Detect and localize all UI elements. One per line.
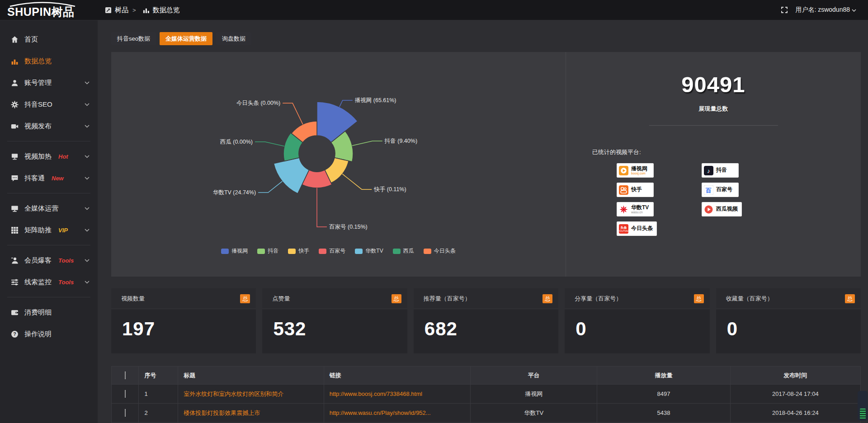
monitor-icon (11, 205, 19, 212)
sidebar-item-tag: Hot (58, 153, 68, 160)
sidebar-item-chart[interactable]: 数据总览 (0, 50, 98, 72)
header-checkbox-cell (112, 367, 139, 385)
sidebar-item-screen[interactable]: 视频加热Hot (0, 146, 98, 167)
rose-pie-chart: 播视网 (65.61%) 抖音 (9.40%) 快手 (0.11%) 百家号 (… (111, 52, 566, 277)
pie-slice-0[interactable] (317, 102, 358, 142)
username-menu[interactable]: 用户名: zswodun88 (795, 6, 856, 14)
pie-label-line-1 (352, 141, 382, 146)
tab-0[interactable]: 抖音seo数据 (111, 32, 156, 45)
rose-chart-area: 播视网 (65.61%) 抖音 (9.40%) 快手 (0.11%) 百家号 (… (111, 52, 566, 277)
video-title-link[interactable]: 楼体投影灯投影效果震撼上市 (184, 409, 260, 416)
sidebar-item-gear[interactable]: 抖音SEO (0, 94, 98, 115)
boosj-logo-icon (619, 166, 628, 175)
green-stripe-icon (860, 409, 866, 419)
sidebar-item-tag: VIP (58, 227, 68, 234)
platform-badge-wasu: 华数TVwasu.cn (617, 202, 654, 216)
video-title-link[interactable]: 室外水纹灯和室内水纹灯的区别和简介 (184, 390, 283, 397)
pie-slice-4[interactable] (274, 158, 309, 193)
column-header-4[interactable]: 播放量 (597, 367, 730, 385)
column-header-3[interactable]: 平台 (471, 367, 597, 385)
select-all-checkbox[interactable] (125, 371, 126, 379)
stat-card-1: 点赞量 总 532 (262, 288, 407, 353)
fullscreen-icon[interactable] (781, 6, 788, 14)
legend-label: 百家号 (329, 247, 345, 255)
tab-2[interactable]: 询盘数据 (216, 32, 251, 45)
platform-name: 百家号 (716, 187, 732, 193)
video-url-link[interactable]: http://www.wasu.cn/Play/show/id/952... (330, 409, 431, 416)
xigua-logo-icon (704, 205, 713, 214)
top-bar: SHUPIN树品 树品 > 数据总览 用户名: zswodun88 (0, 0, 868, 20)
platform-badge-douyin: ♪♪♪ 抖音 (702, 163, 739, 178)
stat-card-value: 682 (414, 309, 558, 340)
sidebar-item-label: 抖音SEO (24, 100, 52, 109)
sidebar-item-label: 账号管理 (24, 79, 52, 87)
floating-widget[interactable] (858, 391, 868, 421)
sidebar-item-label: 消费明细 (24, 308, 52, 317)
row-checkbox[interactable] (125, 390, 126, 398)
cell-index: 2 (139, 404, 178, 423)
sidebar-item-grid[interactable]: 矩阵助推VIP (0, 219, 98, 241)
column-header-0[interactable]: 序号 (139, 367, 178, 385)
sidebar-item-member[interactable]: 会员爆客Tools (0, 249, 98, 271)
sidebar-item-monitor[interactable]: 全媒体运营 (0, 197, 98, 219)
row-checkbox[interactable] (125, 409, 126, 417)
stat-card-value: 0 (716, 309, 861, 340)
tab-1[interactable]: 全媒体运营数据 (160, 32, 212, 45)
sidebar-item-home[interactable]: 首页 (0, 28, 98, 50)
pie-label-line-5 (255, 142, 284, 146)
stat-card-value: 0 (565, 309, 709, 340)
legend-label: 快手 (298, 247, 309, 255)
breadcrumb-current[interactable]: 数据总览 (153, 6, 180, 14)
legend-item-5[interactable]: 西瓜 (393, 247, 414, 255)
sidebar-item-sliders[interactable]: 线索监控Tools (0, 271, 98, 293)
breadcrumb: 树品 > 数据总览 (105, 6, 180, 14)
legend-item-2[interactable]: 快手 (288, 247, 309, 255)
legend-item-0[interactable]: 播视网 (221, 247, 248, 255)
video-url-link[interactable]: http://www.boosj.com/7338468.html (330, 390, 422, 397)
table-header-row: 序号标题链接平台播放量发布时间 (112, 367, 861, 385)
chart-icon (11, 57, 19, 65)
sidebar-item-question[interactable]: ?操作说明 (0, 323, 98, 345)
sidebar-item-wallet[interactable]: 消费明细 (0, 301, 98, 323)
videos-table-wrap: 序号标题链接平台播放量发布时间 1 室外水纹灯和室内水纹灯的区别和简介 http… (111, 366, 861, 423)
chevron-down-icon (85, 81, 90, 85)
stat-card-header: 视频数量 总 (111, 288, 256, 309)
logo-arc (8, 2, 77, 7)
stat-card-header: 分享量（百家号） 总 (565, 288, 709, 309)
table-row: 1 室外水纹灯和室内水纹灯的区别和简介 http://www.boosj.com… (112, 385, 861, 404)
sidebar-item-chat[interactable]: 抖客通New (0, 167, 98, 189)
chevron-down-icon (85, 155, 90, 158)
sidebar-item-camera[interactable]: 视频发布 (0, 115, 98, 137)
legend-item-6[interactable]: 今日头条 (424, 247, 456, 255)
column-header-2[interactable]: 链接 (324, 367, 471, 385)
svg-text:TOUTIAO: TOUTIAO (619, 230, 628, 232)
pie-label-line-0 (340, 100, 353, 107)
pie-label-4: 华数TV (24.74%) (213, 189, 256, 196)
legend-item-4[interactable]: 华数TV (355, 247, 383, 255)
total-badge: 总 (392, 294, 401, 303)
total-impressions-value: 90491 (681, 72, 745, 97)
column-header-1[interactable]: 标题 (178, 367, 324, 385)
kuaishou-logo-icon (619, 185, 628, 195)
screen-icon (11, 153, 19, 160)
chevron-down-icon (852, 6, 856, 13)
breadcrumb-root[interactable]: 树品 (115, 6, 128, 14)
wallet-icon (11, 309, 19, 316)
legend-item-1[interactable]: 抖音 (257, 247, 278, 255)
column-header-5[interactable]: 发布时间 (730, 367, 860, 385)
douyin-logo-icon: ♪♪♪ (704, 166, 713, 175)
cell-title: 室外水纹灯和室内水纹灯的区别和简介 (178, 385, 324, 404)
platform-name: 华数TV (631, 205, 649, 211)
platform-subtext: boosj.com (631, 172, 647, 175)
stat-card-header: 收藏量（百家号） 总 (716, 288, 861, 309)
sidebar-item-label: 首页 (24, 35, 38, 44)
cell-link: http://www.boosj.com/7338468.html (324, 385, 471, 404)
legend-item-3[interactable]: 百家号 (319, 247, 345, 255)
summary-panel: 90491 展现量总数 已统计的视频平台: 播视网boosj.com♪♪♪ 抖音… (566, 52, 861, 277)
stat-card-4: 收藏量（百家号） 总 0 (716, 288, 861, 353)
sidebar-item-user[interactable]: 账号管理 (0, 72, 98, 94)
legend-chip (393, 249, 401, 254)
user-icon (11, 79, 19, 87)
platform-name: 抖音 (716, 167, 727, 173)
chevron-down-icon (85, 207, 90, 210)
